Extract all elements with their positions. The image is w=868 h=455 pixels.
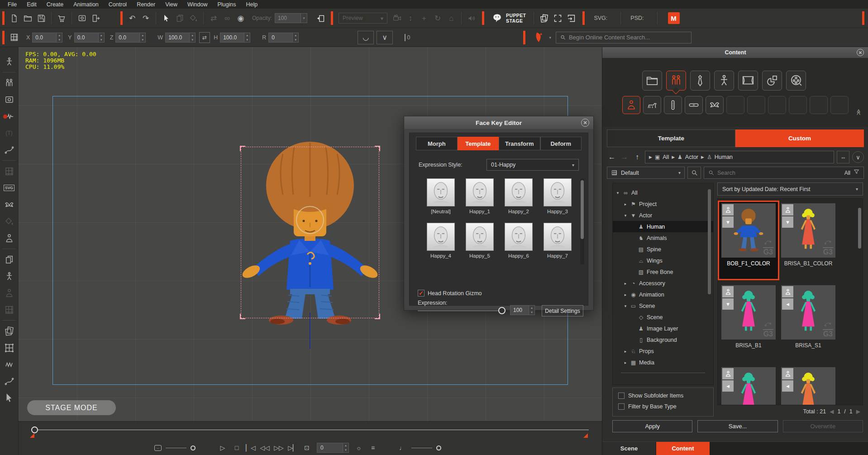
- logo-dropdown-arrow[interactable]: ▾: [549, 35, 551, 40]
- save-project-icon[interactable]: [34, 11, 48, 25]
- menu-item[interactable]: Create: [42, 1, 69, 8]
- face-3d-image[interactable]: [427, 178, 455, 206]
- tree-expand-arrow[interactable]: ▾: [623, 304, 628, 308]
- mesh-deform-icon[interactable]: [3, 341, 15, 354]
- content-item[interactable]: ▾ G3 BRISA_B1: [719, 283, 778, 365]
- svg-mode-label[interactable]: SVG:: [594, 15, 607, 21]
- export-icon[interactable]: [89, 11, 102, 25]
- content-item-image[interactable]: ◂: [781, 367, 835, 405]
- prev-page-icon[interactable]: ◀: [830, 408, 834, 415]
- x-field[interactable]: 0.0 ▴▾: [32, 33, 62, 43]
- tree-expand-arrow[interactable]: ▸: [623, 281, 628, 286]
- flip-canvas-icon[interactable]: [314, 11, 327, 25]
- open-project-icon[interactable]: [21, 11, 34, 25]
- preview-dropdown[interactable]: Preview▾: [339, 13, 387, 24]
- step-forward-button[interactable]: ▷▷: [274, 443, 284, 453]
- actor-type-badge-icon[interactable]: [722, 286, 734, 297]
- subcategory-spine-icon[interactable]: [664, 96, 682, 114]
- volume-slider-knob[interactable]: [436, 445, 441, 450]
- breadcrumb[interactable]: ▶ ▣ All ▶ ♟ Actor ▶ ♙ Human: [645, 151, 834, 163]
- svg-editor-icon[interactable]: SVG: [3, 182, 15, 194]
- timeline-track[interactable]: [35, 430, 589, 430]
- category-project-icon[interactable]: [642, 71, 662, 91]
- range-end-marker[interactable]: [583, 433, 588, 438]
- volume-slider[interactable]: [411, 448, 432, 448]
- subcategory-freebone-icon[interactable]: [685, 96, 703, 114]
- tree-item[interactable]: ♟ Human: [613, 221, 713, 232]
- expand-chevron-badge[interactable]: ◂: [782, 298, 793, 310]
- panel-expand-chevron-icon[interactable]: ∨: [852, 151, 864, 163]
- tree-item[interactable]: ⌓ Wings: [613, 255, 713, 266]
- render-settings-icon[interactable]: ☼: [354, 443, 364, 453]
- breadcrumb-human[interactable]: Human: [715, 154, 733, 160]
- selection-corner[interactable]: [375, 146, 380, 151]
- tree-item[interactable]: ▸ ◉ Animation: [613, 289, 713, 300]
- camera-icon[interactable]: [390, 11, 404, 25]
- reallusion-content-logo[interactable]: [532, 31, 545, 44]
- new-project-icon[interactable]: [7, 11, 21, 25]
- loop-button[interactable]: ⊡: [302, 443, 312, 453]
- expand-chevron-badge[interactable]: ▾: [722, 216, 734, 228]
- expand-chevron-badge[interactable]: ◂: [722, 380, 734, 392]
- select-tool-icon[interactable]: [159, 11, 173, 25]
- spring-bones-icon[interactable]: [3, 358, 15, 371]
- record-voice-icon[interactable]: [3, 110, 15, 123]
- z-field[interactable]: 0.0 ▴▾: [115, 33, 146, 43]
- detail-settings-button[interactable]: Detail Settings: [542, 305, 583, 316]
- sort-dropdown[interactable]: Sort by Updated Date: Recent First ▾: [717, 182, 863, 196]
- tab-content[interactable]: Content: [656, 442, 710, 455]
- breadcrumb-actor[interactable]: Actor: [685, 154, 698, 160]
- height-field[interactable]: 100.0 ▴▾: [220, 33, 250, 43]
- tree-expand-arrow[interactable]: ▸: [623, 202, 628, 206]
- rotate-icon[interactable]: ↻: [431, 11, 444, 25]
- selection-corner[interactable]: [240, 146, 245, 151]
- online-search-input[interactable]: [569, 34, 687, 41]
- play-button[interactable]: ▷: [218, 443, 228, 453]
- face-puppet-icon[interactable]: [3, 232, 15, 244]
- dialog-tab[interactable]: Morph: [416, 137, 458, 150]
- text-bubble-icon[interactable]: (T): [3, 127, 15, 139]
- expression-thumbnail[interactable]: Happy_1: [460, 178, 499, 223]
- tree-item[interactable]: ♟ Image Layer: [613, 323, 713, 334]
- apply-button[interactable]: Apply: [612, 420, 692, 432]
- expression-slider[interactable]: [418, 311, 501, 311]
- show-subfolder-checkbox[interactable]: Show Subfolder Items: [618, 393, 708, 399]
- face-3d-image[interactable]: [544, 223, 572, 251]
- tab-template[interactable]: Template: [607, 129, 735, 147]
- undo-icon[interactable]: ↶: [125, 11, 139, 25]
- playhead-handle[interactable]: [31, 426, 38, 433]
- selection-corner[interactable]: [375, 314, 380, 319]
- content-panel-header[interactable]: Content ✕: [602, 47, 868, 58]
- overwrite-button[interactable]: Overwrite: [783, 420, 863, 432]
- content-item-image[interactable]: ▾ G3: [721, 203, 776, 258]
- expression-thumbnail[interactable]: Happy_4: [421, 223, 460, 267]
- tree-scrollbar[interactable]: [708, 189, 711, 294]
- expression-slider-knob[interactable]: [498, 307, 506, 314]
- motion-key-editor-icon[interactable]: [3, 198, 15, 211]
- visibility-eye-icon[interactable]: ◉: [234, 11, 248, 25]
- expand-chevron-badge[interactable]: ◂: [782, 380, 793, 392]
- tree-expand-arrow[interactable]: ▸: [623, 349, 628, 354]
- psd-mode-label[interactable]: PSD:: [630, 15, 644, 21]
- dialog-title-bar[interactable]: Face Key Editor ✕: [404, 116, 593, 129]
- expression-thumbnail[interactable]: Happy_5: [460, 223, 499, 267]
- menu-item[interactable]: Help: [241, 1, 262, 8]
- fullscreen-icon[interactable]: [551, 11, 564, 25]
- category-actor-icon[interactable]: [666, 71, 686, 91]
- breadcrumb-all[interactable]: All: [663, 154, 669, 160]
- copy-icon[interactable]: [173, 11, 186, 25]
- flip-icon[interactable]: ⇄: [207, 11, 220, 25]
- layer-manager-icon[interactable]: [3, 325, 15, 337]
- content-item-image[interactable]: ◂ G3: [781, 285, 835, 340]
- face-3d-image[interactable]: [466, 178, 494, 206]
- checkbox[interactable]: [618, 403, 625, 410]
- content-item[interactable]: ▾ G3 BRISA_B1_COLOR: [778, 201, 838, 283]
- caption-slider[interactable]: [166, 448, 186, 448]
- paint-style-icon[interactable]: [186, 11, 200, 25]
- caption-slider-knob[interactable]: [191, 445, 196, 450]
- tree-item[interactable]: ▾ ▼ Actor: [613, 210, 713, 221]
- caption-icon[interactable]: ‥: [154, 445, 162, 451]
- render-preview-icon[interactable]: [75, 11, 89, 25]
- nav-forward-icon[interactable]: →: [620, 153, 630, 161]
- frame-number-field[interactable]: 0 ▴▾: [317, 443, 349, 453]
